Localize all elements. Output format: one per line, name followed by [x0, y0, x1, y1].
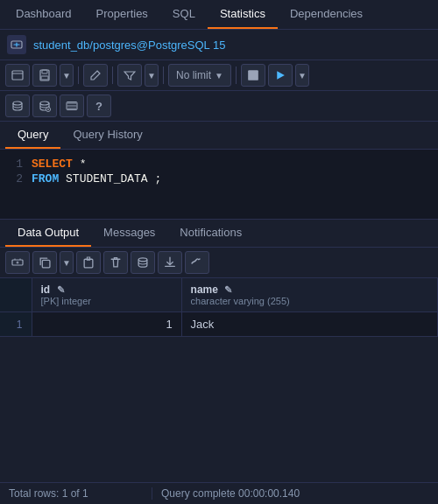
status-rows: Total rows: 1 of 1 [9, 487, 152, 500]
connection-text: student_db/postgres@PostgreSQL 15 [33, 38, 225, 52]
result-tabs: Data Output Messages Notifications [0, 220, 438, 248]
row-num-1: 1 [0, 312, 32, 337]
col-header-name: name ✎ character varying (255) [181, 278, 437, 312]
save-dropdown-btn[interactable]: ▼ [60, 64, 74, 87]
keyword-from: FROM [32, 172, 59, 186]
code-content-1: SELECT * [32, 158, 86, 171]
run-btn[interactable] [268, 64, 293, 87]
list-view-btn[interactable] [60, 94, 84, 117]
tab-query[interactable]: Query [5, 122, 60, 149]
divider3 [163, 66, 164, 84]
code-editor[interactable]: 1 SELECT * 2 FROM STUDENT_DATA ; [0, 150, 438, 220]
data-table-container: id ✎ [PK] integer name ✎ character varyi… [0, 278, 438, 337]
chevron-down-icon: ▼ [215, 71, 223, 80]
divider1 [78, 66, 79, 84]
table-name: STUDENT_DATA [66, 172, 148, 186]
nav-dependencies[interactable]: Dependencies [278, 0, 375, 29]
copy-btn[interactable] [32, 251, 57, 274]
cell-id-1: 1 [32, 312, 181, 337]
code-line-1: 1 SELECT * [0, 157, 438, 172]
code-content-2: FROM STUDENT_DATA ; [32, 172, 161, 186]
top-nav: Dashboard Properties SQL Statistics Depe… [0, 0, 438, 30]
svg-rect-11 [42, 260, 50, 268]
nav-properties[interactable]: Properties [84, 0, 160, 29]
add-row-btn[interactable] [5, 251, 30, 274]
svg-point-13 [138, 258, 147, 262]
filter-btn[interactable] [117, 64, 142, 87]
help-btn[interactable]: ? [87, 94, 111, 117]
svg-rect-4 [41, 76, 48, 80]
db-connect-btn[interactable] [5, 94, 30, 117]
tab-data-output[interactable]: Data Output [5, 220, 91, 247]
connection-bar: student_db/postgres@PostgreSQL 15 [0, 30, 438, 60]
tab-query-history[interactable]: Query History [60, 122, 154, 149]
divider2 [112, 66, 113, 84]
toolbar-row2: ? [0, 91, 438, 122]
table-row: 1 1 Jack [0, 312, 438, 337]
tab-messages[interactable]: Messages [91, 220, 167, 247]
row-num-header [0, 278, 32, 312]
chart-btn[interactable] [185, 251, 209, 274]
cell-name-1: Jack [181, 312, 437, 337]
line-num-2: 2 [0, 172, 32, 186]
open-file-btn[interactable] [5, 64, 30, 87]
keyword-select: SELECT [32, 158, 73, 171]
code-star: * [80, 158, 87, 171]
stop-btn[interactable] [241, 64, 265, 87]
connection-icon [7, 35, 26, 54]
edit-col-id-icon[interactable]: ✎ [57, 284, 65, 295]
svg-point-6 [13, 102, 22, 105]
edit-col-name-icon[interactable]: ✎ [224, 284, 232, 295]
col-header-id: id ✎ [PK] integer [32, 278, 181, 312]
nav-statistics[interactable]: Statistics [208, 0, 278, 29]
divider4 [236, 66, 237, 84]
svg-rect-5 [248, 70, 258, 80]
data-table: id ✎ [PK] integer name ✎ character varyi… [0, 278, 438, 337]
copy-dropdown-btn[interactable]: ▼ [60, 251, 74, 274]
code-line-2: 2 FROM STUDENT_DATA ; [0, 172, 438, 186]
run-dropdown-btn[interactable]: ▼ [295, 64, 309, 87]
table-header-row: id ✎ [PK] integer name ✎ character varyi… [0, 278, 438, 312]
tab-notifications[interactable]: Notifications [167, 220, 254, 247]
semicolon: ; [154, 172, 161, 186]
col-id-label: id [41, 284, 51, 296]
nav-sql[interactable]: SQL [160, 0, 208, 29]
status-bar: Total rows: 1 of 1 Query complete 00:00:… [0, 482, 438, 504]
col-name-type: character varying (255) [191, 296, 428, 306]
status-query: Query complete 00:00:00.140 [152, 487, 429, 500]
col-id-type: [PK] integer [41, 296, 173, 306]
nav-dashboard[interactable]: Dashboard [4, 0, 84, 29]
svg-point-7 [40, 102, 49, 105]
toolbar-row1: ▼ ▼ No limit ▼ ▼ [0, 60, 438, 91]
result-toolbar: ▼ [0, 248, 438, 278]
download-btn[interactable] [158, 251, 182, 274]
save-btn[interactable] [32, 64, 57, 87]
filter-dropdown-btn[interactable]: ▼ [145, 64, 159, 87]
svg-rect-1 [12, 71, 23, 80]
save-data-btn[interactable] [131, 251, 155, 274]
col-name-label: name [191, 284, 218, 296]
delete-btn[interactable] [103, 251, 128, 274]
no-limit-btn[interactable]: No limit ▼ [168, 64, 231, 87]
line-num-1: 1 [0, 158, 32, 171]
query-tabs: Query Query History [0, 122, 438, 150]
paste-btn[interactable] [76, 251, 101, 274]
edit-btn[interactable] [83, 64, 108, 87]
db-manage-btn[interactable] [32, 94, 57, 117]
